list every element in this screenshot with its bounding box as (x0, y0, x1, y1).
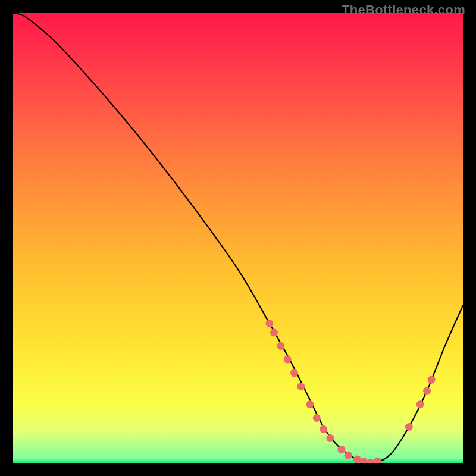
plot-area (13, 13, 463, 463)
data-marker (367, 459, 375, 463)
data-marker (353, 455, 361, 463)
data-marker (405, 423, 413, 431)
watermark-text: TheBottleneck.com (342, 2, 465, 18)
marker-group (265, 320, 435, 463)
data-marker (313, 414, 321, 422)
data-marker (290, 369, 298, 377)
chart-svg (13, 13, 463, 463)
data-marker (284, 356, 292, 364)
bottleneck-curve (13, 13, 463, 463)
data-marker (423, 387, 431, 395)
data-marker (416, 400, 424, 408)
data-marker (428, 376, 436, 384)
data-marker (337, 446, 345, 453)
data-marker (277, 342, 284, 350)
data-marker (306, 400, 314, 408)
data-marker (360, 458, 368, 463)
data-marker (297, 383, 305, 390)
data-marker (270, 328, 278, 336)
chart-frame: TheBottleneck.com (0, 0, 476, 476)
data-marker (326, 434, 334, 442)
data-marker (374, 457, 381, 463)
data-marker (265, 320, 273, 327)
data-marker (320, 425, 327, 433)
data-marker (345, 452, 352, 459)
